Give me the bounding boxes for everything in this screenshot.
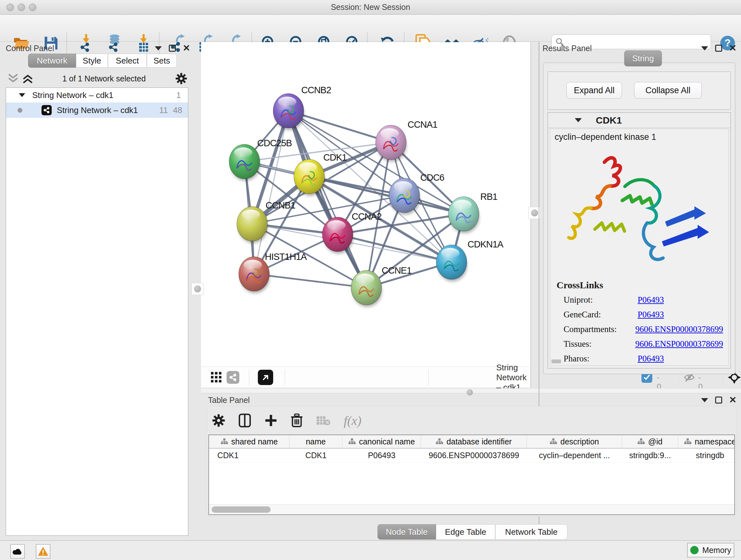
tab-node-table[interactable]: Node Table <box>378 524 436 540</box>
collection-name: String Network – cdk1 <box>32 90 170 100</box>
node-label-HIST1H1A: HIST1H1A <box>265 252 307 262</box>
warnings-button[interactable] <box>36 544 51 559</box>
table-tabs: Node Table Edge Table Network Table <box>378 524 567 540</box>
panel-menu-icon[interactable] <box>701 46 708 51</box>
crosslink-link[interactable]: P06493 <box>637 354 664 364</box>
zoom-window-button[interactable] <box>29 3 37 11</box>
column-header-database-identifier[interactable]: database identifier <box>421 435 527 448</box>
view-toolbar-separator <box>285 369 285 385</box>
table-panel-title: Table Panel <box>208 395 250 405</box>
node-CDK1[interactable] <box>294 159 325 196</box>
table-settings-gear-icon[interactable] <box>212 414 225 427</box>
crosslink-link[interactable]: P06493 <box>637 310 664 320</box>
table-toolbar: f(x) <box>212 410 361 431</box>
column-header-shared-name[interactable]: shared name <box>209 435 289 448</box>
expand-all-icon[interactable] <box>23 73 32 84</box>
table-cell[interactable]: P06493 <box>342 449 421 462</box>
network-canvas[interactable]: CCNB2CCNA1CDC25BCDK1CDC6RB1CCNB1CCNA2CDK… <box>201 42 531 367</box>
network-view-toolbar: String Network – cdk1 1 - 0 0 - 0 <box>201 367 531 388</box>
panel-float-icon[interactable] <box>169 45 176 52</box>
card-scrollbar-stub[interactable] <box>551 360 561 363</box>
table-row[interactable]: CDK1CDK1P064939606.ENSP00000378699cyclin… <box>209 449 734 462</box>
table-cell[interactable]: stringdb:9... <box>622 449 678 462</box>
table-cell[interactable]: cyclin–dependent ... <box>527 449 622 462</box>
delete-table-icon[interactable] <box>316 415 330 426</box>
crosslink-link[interactable]: 9606.ENSP00000378699 <box>635 324 723 334</box>
gene-collapse-icon[interactable] <box>575 118 582 122</box>
tab-style[interactable]: Style <box>76 54 108 68</box>
panel-float-icon[interactable] <box>715 45 722 52</box>
node-RB1[interactable] <box>448 197 479 233</box>
edge-HIST1H1A-CCNE1[interactable] <box>254 274 366 288</box>
table-cell[interactable]: 9606.ENSP00000378699 <box>421 449 527 462</box>
node-CDC25B[interactable] <box>229 144 260 181</box>
gene-card-header[interactable]: CDK1 <box>548 113 731 128</box>
gear-icon[interactable] <box>176 73 187 84</box>
collapse-all-icon[interactable] <box>8 73 18 84</box>
add-column-icon[interactable] <box>265 414 277 427</box>
crosslink-label: Pharos: <box>563 354 637 364</box>
show-columns-icon[interactable] <box>239 414 251 428</box>
gene-name: CDK1 <box>596 115 622 126</box>
crosslink-link[interactable]: P06493 <box>637 295 664 305</box>
table-cell[interactable]: stringdb <box>678 449 735 462</box>
node-CCNA2[interactable] <box>322 217 353 254</box>
node-CCNE1[interactable] <box>351 270 382 307</box>
network-name: String Network – cdk1 <box>57 105 154 115</box>
collection-caret-icon[interactable] <box>19 93 25 97</box>
panel-close-icon[interactable]: ✕ <box>183 45 190 52</box>
close-window-button[interactable] <box>6 3 14 11</box>
panel-float-icon[interactable] <box>715 396 722 403</box>
tab-string[interactable]: String <box>624 51 662 66</box>
tab-edge-table[interactable]: Edge Table <box>436 524 495 540</box>
table-horizontal-scrollbar[interactable] <box>209 504 734 514</box>
column-header--id[interactable]: @id <box>622 435 678 448</box>
expand-all-button[interactable]: Expand All <box>566 82 622 99</box>
network-collection-row[interactable]: String Network – cdk1 1 <box>6 88 188 103</box>
panel-close-icon[interactable]: ✕ <box>729 45 737 52</box>
function-builder-icon[interactable]: f(x) <box>344 413 361 428</box>
panel-menu-icon[interactable] <box>701 398 708 402</box>
delete-column-icon[interactable] <box>291 414 303 428</box>
node-CDKN1A[interactable] <box>436 245 467 282</box>
collection-count: 1 <box>177 90 181 100</box>
crosslink-link[interactable]: 9606.ENSP00000378699 <box>635 339 723 349</box>
node-label-CDC25B: CDC25B <box>257 138 292 148</box>
status-bar: Memory <box>0 540 741 560</box>
panel-menu-icon[interactable] <box>155 46 162 51</box>
window-controls <box>6 3 37 11</box>
table-cell[interactable]: CDK1 <box>289 449 342 462</box>
tab-network[interactable]: Network <box>28 54 76 68</box>
tab-sets[interactable]: Sets <box>147 54 177 68</box>
column-header-canonical-name[interactable]: canonical name <box>342 435 421 448</box>
table-panel-header: Table Panel ✕ <box>208 395 737 406</box>
node-CCNB1[interactable] <box>237 206 268 243</box>
table-cell[interactable]: CDK1 <box>209 449 289 462</box>
panel-close-icon[interactable]: ✕ <box>729 396 737 403</box>
node-HIST1H1A[interactable] <box>239 257 270 294</box>
node-CCNA1[interactable] <box>376 125 407 162</box>
minimize-window-button[interactable] <box>17 3 25 11</box>
string-network-graph[interactable]: CCNB2CCNA1CDC25BCDK1CDC6RB1CCNB1CCNA2CDK… <box>201 42 530 366</box>
tab-select[interactable]: Select <box>108 54 147 68</box>
share-icon <box>229 374 237 381</box>
memory-button[interactable]: Memory <box>687 543 734 557</box>
node-CDC6[interactable] <box>389 178 420 215</box>
crosslink-row: Compartments:9606.ENSP00000378699 <box>563 322 723 336</box>
column-header-description[interactable]: description <box>527 435 622 448</box>
crosslinks-list: Uniprot:P06493GeneCard:P06493Compartment… <box>563 293 723 366</box>
collapse-all-button[interactable]: Collapse All <box>634 82 702 99</box>
tab-network-table[interactable]: Network Table <box>495 524 567 540</box>
network-row-selected[interactable]: String Network – cdk1 11 48 <box>6 103 188 118</box>
birdseye-toggle-button[interactable] <box>208 368 225 387</box>
column-header-namespace[interactable]: namespace <box>678 435 735 448</box>
protein-structure-image <box>556 145 723 276</box>
node-CCNB2[interactable] <box>273 94 304 130</box>
scrollbar-thumb[interactable] <box>212 506 271 513</box>
left-splitter-grip[interactable] <box>192 283 204 295</box>
open-in-window-button[interactable] <box>256 368 275 387</box>
network-type-button[interactable] <box>225 368 241 387</box>
network-selection-header: 1 of 1 Network selected <box>8 71 187 85</box>
column-header-name[interactable]: name <box>289 435 342 448</box>
cloud-status-button[interactable] <box>10 544 25 559</box>
